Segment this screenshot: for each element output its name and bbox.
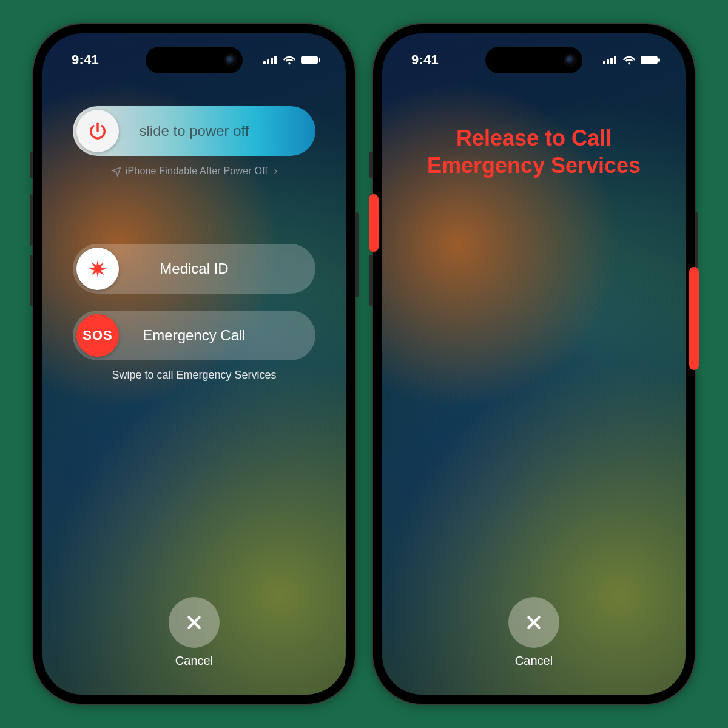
power-icon [87, 121, 108, 141]
phone-frame-left: 9:41 slide to power off iPhone Findable … [33, 24, 355, 704]
svg-rect-1 [267, 59, 269, 64]
svg-rect-0 [263, 61, 266, 64]
hw-silent-switch [369, 152, 373, 178]
findable-link[interactable]: iPhone Findable After Power Off › [111, 164, 278, 177]
wifi-icon [283, 55, 296, 65]
screen-power-off: 9:41 slide to power off iPhone Findable … [42, 33, 346, 695]
cancel-area: Cancel [382, 597, 686, 668]
phone-frame-right: 9:41 Release to Call Emergency Services … [373, 24, 695, 704]
medical-id-slider[interactable]: Medical ID [73, 244, 315, 294]
swipe-hint-text: Swipe to call Emergency Services [112, 369, 276, 382]
cellular-icon [263, 56, 278, 64]
hw-silent-switch [30, 152, 33, 178]
release-line-1: Release to Call [427, 124, 641, 152]
content-area: Release to Call Emergency Services Cance… [382, 33, 686, 695]
svg-rect-3 [274, 56, 277, 64]
chevron-right-icon: › [274, 164, 277, 177]
emergency-call-slider[interactable]: SOS Emergency Call [73, 311, 315, 360]
findmy-icon [111, 166, 122, 177]
dynamic-island [485, 47, 582, 73]
sos-knob[interactable]: SOS [76, 314, 119, 357]
status-time: 9:41 [72, 52, 99, 68]
hw-volume-up [30, 194, 33, 246]
release-headline: Release to Call Emergency Services [409, 124, 659, 179]
volume-button-highlight [369, 194, 379, 252]
status-indicators [603, 55, 660, 65]
close-icon [184, 612, 204, 633]
hw-volume-down [30, 255, 33, 306]
hw-volume-down [369, 255, 373, 306]
svg-rect-7 [607, 59, 609, 64]
content-area: slide to power off iPhone Findable After… [42, 33, 346, 695]
side-button-highlight [689, 267, 699, 370]
sos-icon: SOS [83, 328, 112, 343]
cancel-area: Cancel [42, 597, 346, 668]
front-camera-icon [565, 55, 575, 65]
power-off-slider[interactable]: slide to power off [73, 106, 315, 156]
svg-rect-6 [603, 61, 605, 64]
medical-id-knob[interactable] [76, 248, 119, 290]
battery-icon [301, 56, 320, 64]
power-knob[interactable] [76, 110, 119, 152]
cellular-icon [603, 56, 618, 64]
screen-release-to-call: 9:41 Release to Call Emergency Services … [382, 33, 686, 695]
svg-rect-11 [658, 58, 660, 62]
svg-rect-2 [271, 58, 273, 64]
hw-side-button [355, 212, 359, 297]
cancel-button[interactable] [169, 597, 220, 648]
front-camera-icon [226, 55, 235, 65]
svg-rect-10 [641, 56, 658, 64]
findable-text: iPhone Findable After Power Off [126, 166, 268, 177]
svg-rect-5 [318, 58, 320, 62]
status-indicators [263, 55, 320, 65]
cancel-label: Cancel [175, 654, 213, 668]
cancel-label: Cancel [515, 654, 553, 668]
release-line-2: Emergency Services [427, 152, 641, 179]
battery-icon [641, 56, 660, 64]
asterisk-icon [87, 258, 109, 280]
svg-rect-9 [614, 56, 616, 64]
svg-rect-8 [610, 58, 613, 64]
cancel-button[interactable] [508, 597, 559, 648]
close-icon [524, 612, 544, 633]
status-time: 9:41 [411, 52, 439, 68]
svg-rect-4 [301, 56, 318, 64]
dynamic-island [146, 47, 243, 73]
wifi-icon [622, 55, 636, 65]
